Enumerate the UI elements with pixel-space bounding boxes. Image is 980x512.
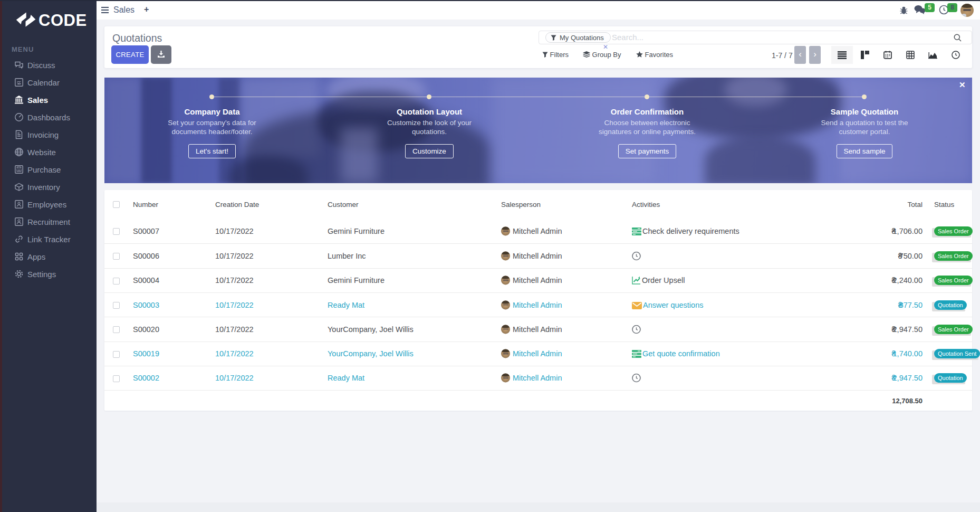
svg-text:CODE: CODE — [39, 11, 87, 29]
